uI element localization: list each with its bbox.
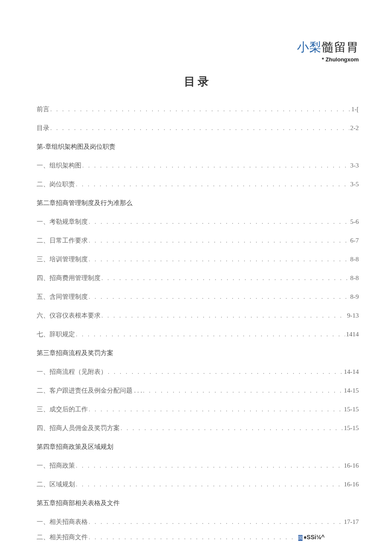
- toc-label: 前言: [37, 105, 49, 113]
- toc-dots: [101, 312, 346, 319]
- toc-footer-row: 二、相关招商文件 国 ♦SSi⅛^: [37, 533, 359, 541]
- toc-page: 6-7: [350, 237, 359, 244]
- toc-row: 七、辞职规定1414: [37, 330, 359, 338]
- toc-page: 3-3: [350, 162, 359, 169]
- logo-subtitle: * Zhulongxom: [297, 56, 359, 63]
- footer-suffix-text: ♦SSi⅛^: [303, 534, 325, 541]
- toc-row: 四、招商费用管理制度8-8: [37, 274, 359, 282]
- toc-dots: [89, 534, 296, 541]
- toc-label: 一、考勒规章制度: [37, 218, 88, 226]
- toc-row: 前言1-[: [37, 105, 359, 113]
- table-of-contents: 前言1-[目录2-2第-章组织架构图及岗位职责一、组织架构图3-3二、岗位职责3…: [37, 105, 359, 526]
- toc-label: 四、招商费用管理制度: [37, 274, 101, 282]
- toc-dots: [82, 162, 349, 169]
- toc-label: 第二章招商管理制度及行为准那么: [37, 199, 133, 207]
- toc-page: 1-[: [352, 106, 359, 113]
- toc-label: 一、组织架构图: [37, 162, 81, 170]
- toc-page: 3-5: [350, 181, 359, 188]
- toc-dots: [143, 387, 343, 394]
- toc-row: 一、相关招商表格17-17: [37, 518, 359, 526]
- toc-dots: [89, 294, 349, 301]
- toc-label: 一、招商政策: [37, 462, 75, 470]
- toc-label: 四、招商人员佣金及奖罚方案: [37, 424, 120, 432]
- toc-row: 六、仪容仪表根本要求9-13: [37, 312, 359, 320]
- toc-label: 一、招商流程（见附表）: [37, 368, 107, 376]
- toc-label: 第四章招商政策及区域规划: [37, 443, 113, 451]
- logo-sub-prefix: *: [322, 56, 326, 63]
- toc-dots: [76, 481, 343, 488]
- toc-page: 2-2: [350, 124, 359, 132]
- toc-row: 一、考勒规章制度5-6: [37, 218, 359, 226]
- toc-dots: [108, 369, 343, 376]
- toc-label: 二、区域规划: [37, 480, 75, 489]
- toc-row: 一、招商政策16-16: [37, 462, 359, 470]
- toc-row: 一、组织架构图3-3: [37, 162, 359, 170]
- toc-page: 16-16: [344, 462, 359, 469]
- toc-page: 8-9: [350, 293, 359, 301]
- toc-label: 第三章招商流程及奖罚方案: [37, 349, 113, 357]
- toc-row: 三、培训管理制度8-8: [37, 255, 359, 263]
- toc-dots: [50, 125, 349, 132]
- toc-dots: [89, 406, 343, 413]
- toc-row: 目录2-2: [37, 124, 359, 132]
- toc-label: 第-章组织架构图及岗位职责: [37, 143, 115, 151]
- toc-row: 第四章招商政策及区域规划: [37, 443, 359, 451]
- toc-row: 四、招商人员佣金及奖罚方案15-15: [37, 424, 359, 432]
- header-logo: 小梨髓留胃 * Zhulongxom: [297, 39, 359, 63]
- toc-label: 三、成交后的工作: [37, 405, 88, 413]
- toc-dots: [89, 219, 349, 225]
- toc-page: 17-17: [344, 518, 359, 526]
- toc-dots: [76, 181, 349, 188]
- toc-label: 六、仪容仪表根本要求: [37, 312, 101, 320]
- toc-dots: [101, 275, 349, 282]
- toc-dots: [89, 237, 349, 244]
- toc-label: 五、含同管理制度: [37, 293, 88, 301]
- toc-dots: [89, 519, 343, 526]
- toc-label: 第五章招商部相关表格及文件: [37, 499, 120, 507]
- toc-row: 第三章招商流程及奖罚方案: [37, 349, 359, 357]
- toc-dots: [89, 256, 349, 263]
- toc-label: 七、辞职规定: [37, 330, 75, 338]
- toc-page: 9-13: [347, 312, 359, 319]
- logo-sub-text: Zhulongxom: [326, 56, 359, 63]
- toc-dots: [76, 462, 343, 469]
- toc-row: 二、日常工作要求6-7: [37, 237, 359, 245]
- toc-row: 五、含同管理制度8-9: [37, 293, 359, 301]
- toc-page: 15-15: [344, 406, 359, 413]
- toc-page: 5-6: [350, 218, 359, 225]
- toc-label: 目录: [37, 124, 49, 132]
- toc-label: 二、客户跟进责任及例金分配问题 . . .: [37, 387, 142, 395]
- toc-row: 第二章招商管理制度及行为准那么: [37, 199, 359, 207]
- toc-row: 一、招商流程（见附表）14-14: [37, 368, 359, 376]
- toc-label: 二、岗位职责: [37, 180, 75, 188]
- toc-row: 第-章组织架构图及岗位职责: [37, 143, 359, 151]
- toc-page: 14-14: [344, 368, 359, 376]
- toc-label: 一、相关招商表格: [37, 518, 88, 526]
- toc-page: 15-15: [344, 425, 359, 432]
- logo-black-text: 髓留胃: [322, 40, 359, 54]
- page-title: 目录: [37, 74, 359, 89]
- toc-dots: [121, 425, 343, 432]
- toc-page: 16-16: [344, 481, 359, 488]
- logo-blue-text: 小梨: [297, 40, 322, 54]
- toc-row: 二、岗位职责3-5: [37, 180, 359, 188]
- toc-dots: [50, 106, 351, 113]
- toc-row: 三、成交后的工作15-15: [37, 405, 359, 413]
- toc-row: 二、客户跟进责任及例金分配问题 . . . 14-15: [37, 387, 359, 395]
- toc-label: 二、日常工作要求: [37, 237, 88, 245]
- toc-label: 三、培训管理制度: [37, 255, 88, 263]
- toc-row: 二、区域规划16-16: [37, 480, 359, 489]
- logo-main: 小梨髓留胃: [297, 39, 359, 55]
- toc-dots: [76, 331, 345, 338]
- toc-label: 二、相关招商文件: [37, 533, 88, 541]
- toc-row: 第五章招商部相关表格及文件: [37, 499, 359, 507]
- toc-page: 1414: [346, 331, 359, 338]
- footer-badge-icon: 国: [298, 535, 303, 541]
- toc-page: 8-8: [350, 256, 359, 263]
- toc-page: 14-15: [344, 387, 359, 394]
- toc-page: 8-8: [350, 275, 359, 282]
